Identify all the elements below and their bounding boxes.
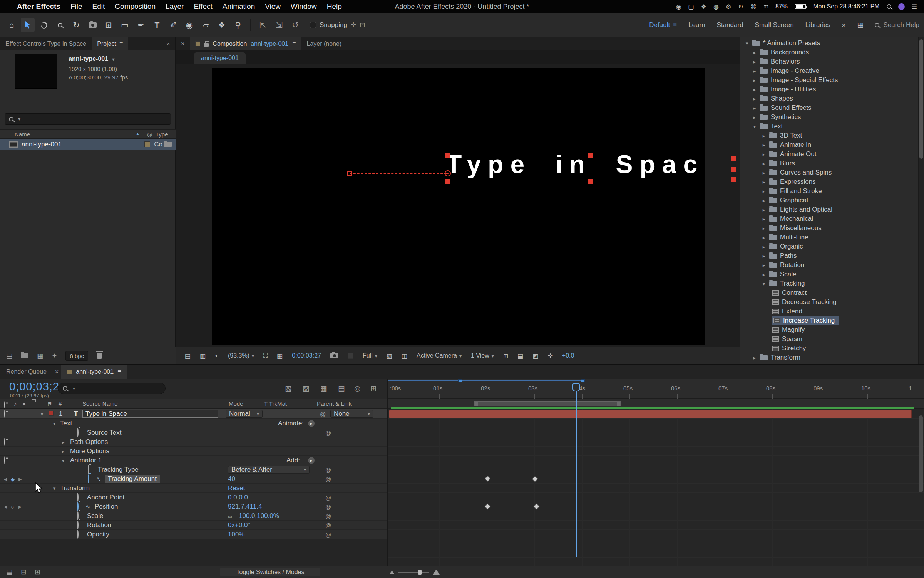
- selection-handle[interactable]: [588, 153, 593, 158]
- preset-folder-organic[interactable]: ▸Organic: [740, 242, 918, 251]
- flowchart-icon[interactable]: ◩: [532, 352, 538, 360]
- property-row-opacity[interactable]: Opacity 100% @: [0, 530, 387, 539]
- workspace-default[interactable]: Default ≡: [649, 21, 677, 29]
- ruler-icon[interactable]: ⛶: [263, 352, 268, 359]
- preset-folder-graphical[interactable]: ▸Graphical: [740, 196, 918, 205]
- chevron-right-icon[interactable]: ▸: [762, 207, 766, 213]
- region-of-interest-icon[interactable]: ▦: [277, 352, 283, 360]
- property-name[interactable]: Path Options: [70, 438, 108, 446]
- transparency-grid-icon[interactable]: ◫: [402, 352, 407, 360]
- workspace-bar-icon[interactable]: ▦: [857, 21, 863, 29]
- composition-canvas[interactable]: Type in Space: [212, 68, 705, 345]
- pickwhip-icon[interactable]: @: [325, 522, 331, 528]
- snap-grid-icon[interactable]: ⊡: [360, 21, 365, 29]
- preview-range-marker[interactable]: [581, 379, 585, 382]
- mode-dropdown[interactable]: Normal▾: [226, 410, 263, 418]
- chevron-right-icon[interactable]: ▸: [762, 133, 766, 139]
- preset-folder-mechanical[interactable]: ▸Mechanical: [740, 214, 918, 223]
- menubar-clock[interactable]: Mon Sep 28 8:46:21 PM: [813, 3, 880, 10]
- project-item-name[interactable]: anni-type-001: [69, 55, 108, 62]
- audio-column-icon[interactable]: ♪: [14, 400, 17, 407]
- anchor-point[interactable]: [445, 170, 451, 176]
- tab-layer[interactable]: Layer (none): [301, 37, 347, 50]
- current-time-display[interactable]: 0;00;03;27: [292, 352, 321, 359]
- chevron-right-icon[interactable]: ▸: [762, 151, 766, 157]
- spotify-icon[interactable]: ◍: [713, 3, 719, 10]
- property-row-animator-1[interactable]: ▾ Animator 1 Add: ▸: [0, 456, 387, 465]
- pan-behind-tool-icon[interactable]: ⊞: [102, 18, 116, 32]
- chevron-right-icon[interactable]: ▸: [752, 105, 757, 111]
- timemachine-icon[interactable]: ↻: [738, 3, 743, 10]
- chevron-right-icon[interactable]: ▸: [762, 272, 766, 277]
- chevron-right-icon[interactable]: ▸: [752, 50, 757, 55]
- preset-folder-image-utilities[interactable]: ▸Image - Utilities: [740, 85, 918, 94]
- menu-help[interactable]: Help: [327, 2, 342, 11]
- roto-brush-tool-icon[interactable]: ❖: [215, 18, 229, 32]
- preset-folder-image-creative[interactable]: ▸Image - Creative: [740, 66, 918, 76]
- panel-menu-icon[interactable]: ≡: [119, 40, 123, 47]
- dropbox-icon[interactable]: ❖: [701, 3, 706, 10]
- stopwatch-icon[interactable]: [88, 465, 89, 474]
- property-name[interactable]: Anchor Point: [87, 494, 124, 501]
- new-composition-icon[interactable]: ▦: [37, 352, 43, 360]
- siri-icon[interactable]: [898, 3, 905, 10]
- project-row-selected[interactable]: anni-type-001 Co: [0, 139, 176, 150]
- chevron-right-icon[interactable]: ▸: [762, 262, 766, 268]
- expand-layer-switches-icon[interactable]: ⬓: [6, 568, 12, 576]
- composition-viewport[interactable]: Type in Space: [176, 64, 740, 347]
- chevron-right-icon[interactable]: ▸: [762, 244, 766, 250]
- close-tab-icon[interactable]: ×: [53, 365, 61, 379]
- menu-edit[interactable]: Edit: [92, 2, 105, 11]
- preset-folder-shapes[interactable]: ▸Shapes: [740, 94, 918, 103]
- interpret-footage-icon[interactable]: ▤: [6, 352, 12, 360]
- chevron-down-icon[interactable]: ▾: [745, 40, 749, 46]
- current-time-indicator-head[interactable]: [572, 383, 580, 391]
- layer-row[interactable]: ▾ 1 T Type in Space Normal▾ @ None▾: [0, 409, 387, 419]
- preset-folder-blurs[interactable]: ▸Blurs: [740, 159, 918, 168]
- parent-dropdown[interactable]: None▾: [330, 410, 373, 418]
- preset-folder-backgrounds[interactable]: ▸Backgrounds: [740, 48, 918, 57]
- preset-folder-transform[interactable]: ▸Transform: [740, 353, 918, 362]
- tab-render-queue[interactable]: Render Queue: [0, 365, 53, 379]
- property-row-source-text[interactable]: Source Text @: [0, 428, 387, 437]
- pixel-aspect-icon[interactable]: ⊞: [503, 352, 508, 360]
- preset-item-increase-tracking[interactable]: Increase Tracking: [740, 316, 918, 325]
- disclosure-icon[interactable]: ▾: [52, 485, 57, 491]
- chevron-right-icon[interactable]: ▸: [762, 225, 766, 231]
- current-timecode[interactable]: 0;00;03;27: [9, 380, 66, 393]
- workspace-overflow-icon[interactable]: »: [842, 21, 845, 29]
- chevron-right-icon[interactable]: ▸: [752, 355, 757, 361]
- chevron-down-icon[interactable]: ▾: [762, 281, 766, 287]
- distribute-icon[interactable]: ⇲: [272, 18, 286, 32]
- tab-effect-controls[interactable]: Effect Controls Type in Space: [0, 37, 92, 50]
- column-number[interactable]: #: [59, 400, 62, 407]
- preset-folder-lights-and-optical[interactable]: ▸Lights and Optical: [740, 205, 918, 214]
- timeline-button-icon[interactable]: ⬓: [517, 352, 523, 360]
- motion-blur-icon[interactable]: ◎: [354, 384, 361, 393]
- property-name-selected[interactable]: Tracking Amount: [105, 475, 160, 483]
- graph-icon[interactable]: ∿: [85, 503, 90, 510]
- draft-3d-icon[interactable]: ▨: [303, 384, 310, 393]
- property-name[interactable]: More Options: [70, 447, 109, 455]
- chevron-right-icon[interactable]: ▸: [762, 188, 766, 194]
- preset-folder-expressions[interactable]: ▸Expressions: [740, 177, 918, 187]
- workspace-small-screen[interactable]: Small Screen: [755, 21, 794, 29]
- chevron-right-icon[interactable]: ▸: [762, 235, 766, 240]
- delete-icon[interactable]: [97, 353, 102, 359]
- mini-flowchart-icon[interactable]: ▧: [285, 384, 292, 393]
- zoom-slider[interactable]: [398, 572, 429, 573]
- animate-menu-icon[interactable]: ▸: [308, 420, 315, 427]
- hand-tool-icon[interactable]: [37, 18, 51, 32]
- property-row-text[interactable]: ▾ Text Animate: ▸: [0, 419, 387, 428]
- next-keyframe-icon[interactable]: ▶: [18, 476, 22, 481]
- property-row-path-options[interactable]: ▸ Path Options: [0, 437, 387, 447]
- type-tool-icon[interactable]: T: [150, 18, 164, 32]
- chevron-right-icon[interactable]: ▸: [752, 87, 757, 92]
- preset-folder-animate-out[interactable]: ▸Animate Out: [740, 150, 918, 159]
- pickwhip-icon[interactable]: @: [325, 531, 331, 538]
- comp-nav-tab[interactable]: anni-type-001: [194, 52, 246, 64]
- battery-icon[interactable]: [795, 4, 806, 9]
- layer-label-chip[interactable]: [49, 411, 54, 416]
- anchor-origin-handle[interactable]: [347, 171, 352, 176]
- home-icon[interactable]: ⌂: [5, 18, 18, 32]
